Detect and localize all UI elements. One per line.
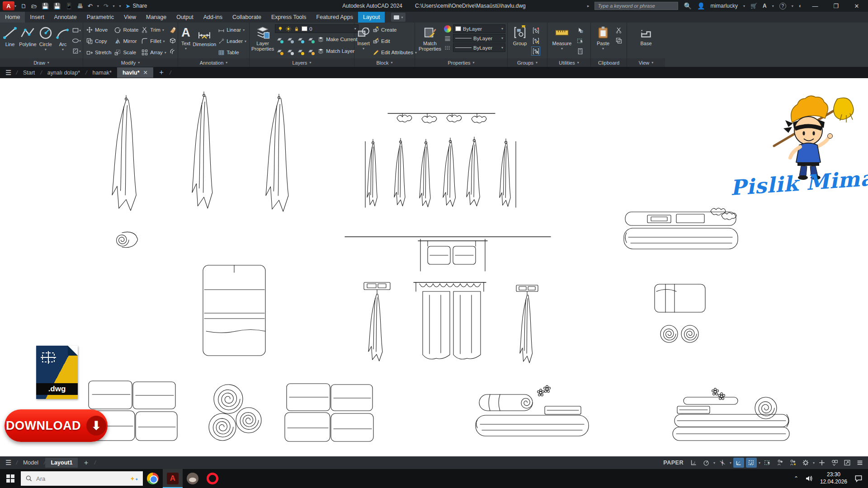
- notification-center-icon[interactable]: [854, 474, 863, 483]
- save-icon[interactable]: 💾: [42, 3, 49, 9]
- tab-home[interactable]: Home: [0, 12, 25, 23]
- tab-output[interactable]: Output: [171, 12, 198, 23]
- quick-calculator-icon[interactable]: [576, 47, 585, 56]
- file-tab-start[interactable]: Start: [18, 68, 40, 78]
- add-cleanscreen-icon[interactable]: [816, 458, 827, 468]
- paper-space-indicator[interactable]: PAPER: [663, 460, 684, 466]
- cut-icon[interactable]: [614, 26, 623, 35]
- lineweight-icon[interactable]: [444, 35, 451, 42]
- download-button[interactable]: DOWNLOAD ⬇: [5, 409, 108, 442]
- group-selection-icon[interactable]: [531, 47, 540, 56]
- color-wheel-icon[interactable]: [444, 25, 451, 33]
- drawing-canvas[interactable]: Pislik Mimar .dwg DOWNLOAD ⬇: [0, 78, 868, 456]
- insert-block-button[interactable]: Insert▾: [356, 24, 371, 51]
- tab-annotate[interactable]: Annotate: [49, 12, 82, 23]
- rectangle-tool[interactable]: ▾: [72, 26, 81, 35]
- copy-clip-icon[interactable]: [614, 36, 623, 45]
- app-menu-caret-icon[interactable]: ▾: [14, 4, 16, 8]
- trim-tool[interactable]: Trim▾: [140, 24, 167, 35]
- save-as-icon[interactable]: 💾: [53, 3, 61, 9]
- layout1-tab[interactable]: Layout1: [45, 458, 78, 468]
- close-tab-icon[interactable]: ✕: [143, 69, 148, 76]
- selection-cycling-icon[interactable]: [762, 458, 773, 468]
- theme-icon[interactable]: ◐: [799, 3, 802, 9]
- workspace-gear-icon[interactable]: [800, 458, 811, 468]
- taskbar-autocad-icon[interactable]: A: [163, 469, 183, 488]
- username[interactable]: mimarlucky: [710, 3, 738, 9]
- file-tab-hamak[interactable]: hamak*: [87, 68, 117, 78]
- panel-label-block[interactable]: Block▾: [354, 58, 415, 67]
- polyline-tool[interactable]: Polyline: [19, 24, 37, 47]
- explode-tool[interactable]: [168, 36, 177, 45]
- search-icon[interactable]: 🔍: [684, 2, 691, 9]
- arc-tool[interactable]: Arc▾: [55, 24, 71, 52]
- object-color-combo[interactable]: ByLayer▾: [453, 24, 505, 33]
- lineweight-combo[interactable]: ByLayer▾: [453, 34, 505, 42]
- dimension-tool[interactable]: Dimension: [193, 24, 216, 47]
- redo-caret-icon[interactable]: ▾: [113, 4, 115, 8]
- measure-button[interactable]: Measure▾: [549, 24, 575, 51]
- mobile-icon[interactable]: 📱: [65, 3, 72, 9]
- layer-off-icon[interactable]: [275, 35, 284, 44]
- help-search-input[interactable]: Type a keyword or phrase: [594, 2, 678, 10]
- leader-tool[interactable]: Leader▾: [217, 36, 247, 47]
- select-similar-icon[interactable]: [576, 36, 585, 45]
- panel-label-utilities[interactable]: Utilities▾: [547, 58, 590, 67]
- linetype-combo[interactable]: ByLayer▾: [453, 43, 505, 52]
- undo-icon[interactable]: ↶: [88, 3, 93, 9]
- volume-icon[interactable]: [805, 474, 814, 483]
- help-icon[interactable]: ?: [779, 3, 786, 9]
- table-tool[interactable]: Table: [217, 47, 247, 58]
- taskbar-chrome-icon[interactable]: [143, 469, 163, 488]
- edit-block-button[interactable]: Edit: [372, 36, 418, 47]
- linear-dimension-tool[interactable]: Linear▾: [217, 24, 247, 35]
- close-button[interactable]: ✕: [849, 0, 864, 12]
- ribbon-display-toggle[interactable]: ▾: [391, 13, 406, 22]
- panel-label-layers[interactable]: Layers▾: [250, 58, 354, 67]
- text-tool[interactable]: AText▾: [180, 24, 192, 51]
- match-properties-button[interactable]: Match Properties: [417, 24, 443, 52]
- copy-tool[interactable]: Copy: [85, 36, 112, 47]
- open-file-icon[interactable]: 🗁: [31, 3, 37, 9]
- new-drawing-tab-icon[interactable]: ＋: [158, 68, 165, 77]
- circle-tool[interactable]: Circle▾: [38, 24, 54, 52]
- hatch-tool[interactable]: ▾: [72, 47, 81, 56]
- autocad-app-menu-button[interactable]: A: [3, 1, 14, 10]
- edit-attributes-button[interactable]: Edit Attributes▾: [372, 47, 418, 58]
- help-caret-icon[interactable]: ▾: [792, 4, 793, 8]
- user-caret-icon[interactable]: ▾: [743, 4, 745, 8]
- fillet-tool[interactable]: Fillet▾: [140, 36, 167, 47]
- make-current-button[interactable]: Make Current: [316, 34, 359, 45]
- annotation-visibility-icon[interactable]: [775, 458, 786, 468]
- group-edit-icon[interactable]: [531, 36, 540, 45]
- panel-label-draw[interactable]: Draw▾: [0, 58, 83, 67]
- isolate-objects-icon[interactable]: [829, 458, 840, 468]
- create-block-button[interactable]: Create: [372, 24, 418, 35]
- taskbar-opera-icon[interactable]: [203, 469, 222, 488]
- new-file-icon[interactable]: 🗋: [21, 3, 27, 9]
- panel-label-view[interactable]: View▾: [627, 58, 665, 67]
- tab-view[interactable]: View: [119, 12, 141, 23]
- redo-icon[interactable]: ↷: [104, 3, 108, 9]
- fullscreen-icon[interactable]: [842, 458, 853, 468]
- tab-collaborate[interactable]: Collaborate: [227, 12, 266, 23]
- ortho-mode-icon[interactable]: [733, 458, 744, 468]
- autodesk-caret-icon[interactable]: ▾: [772, 4, 774, 8]
- tab-manage[interactable]: Manage: [141, 12, 171, 23]
- scale-tool[interactable]: Scale: [113, 47, 139, 58]
- tab-insert[interactable]: Insert: [25, 12, 49, 23]
- layer-isolate-icon[interactable]: [285, 35, 294, 44]
- layer-freeze-icon[interactable]: [296, 35, 305, 44]
- share-button[interactable]: ➤Share: [126, 3, 147, 9]
- layer-thaw-icon[interactable]: [285, 47, 294, 56]
- search-collapse-icon[interactable]: ▸: [587, 4, 590, 8]
- base-view-button[interactable]: Base: [636, 24, 656, 46]
- restore-button[interactable]: ❐: [828, 0, 844, 12]
- group-button[interactable]: Group: [509, 24, 530, 46]
- model-tab[interactable]: Model: [18, 458, 44, 468]
- panel-label-modify[interactable]: Modify▾: [83, 58, 178, 67]
- rotate-tool[interactable]: Rotate: [113, 24, 139, 35]
- file-tab-havlu[interactable]: havlu*✕: [117, 67, 153, 78]
- quick-select-icon[interactable]: [576, 26, 585, 35]
- line-tool[interactable]: Line: [2, 24, 18, 47]
